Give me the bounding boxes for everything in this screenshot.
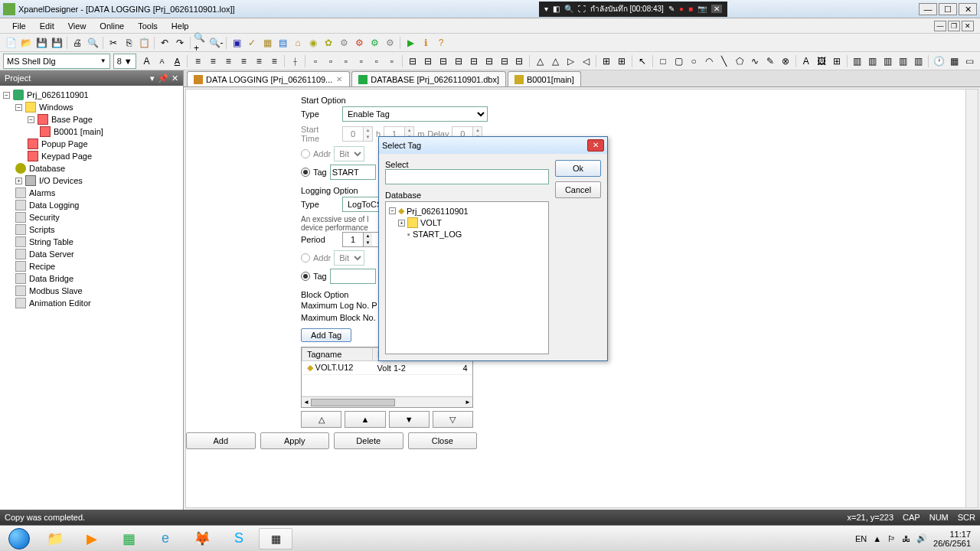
shape-point-icon[interactable]: ⊗ — [779, 54, 792, 68]
copy-icon[interactable]: ⎘ — [122, 36, 136, 50]
print-icon[interactable]: 🖨 — [70, 36, 84, 50]
tab-b0001[interactable]: B0001[main] — [508, 71, 581, 86]
align-left-icon[interactable]: ≡ — [191, 54, 204, 68]
flip-1-icon[interactable]: △ — [533, 54, 547, 68]
maximize-button[interactable]: ☐ — [939, 3, 957, 15]
addr-type-select[interactable]: Bit — [334, 146, 364, 161]
dropdown-icon[interactable]: ▾ — [544, 5, 548, 13]
undo-icon[interactable]: ↶ — [158, 36, 172, 50]
dist-4-icon[interactable]: ⊟ — [452, 54, 466, 68]
preview-icon[interactable]: 🔍 — [86, 36, 100, 50]
tool-db-icon[interactable]: ◉ — [306, 36, 320, 50]
dist-2-icon[interactable]: ⊟ — [421, 54, 435, 68]
dlg-tree-startlog[interactable]: ▪START_LOG — [389, 229, 545, 240]
tab-database[interactable]: DATABASE [Prj_0626110901.dbx] — [351, 71, 506, 86]
edit-icon[interactable]: ✎ — [668, 5, 675, 13]
search-icon[interactable]: 🔍 — [564, 5, 573, 13]
tool-gear4-icon[interactable]: ⚙ — [383, 36, 397, 50]
h-scrollbar[interactable]: ◄ ► — [302, 396, 472, 407]
mdi-close[interactable]: ✕ — [962, 21, 974, 31]
dialog-ok-button[interactable]: Ok — [555, 160, 601, 177]
snap-icon[interactable]: ⊞ — [599, 54, 613, 68]
taskbar-xpanel[interactable]: ▦ — [259, 528, 292, 549]
move-down-button[interactable]: ▼ — [389, 411, 430, 428]
menu-help[interactable]: Help — [165, 20, 195, 32]
taskbar-explorer[interactable]: 📁 — [38, 528, 72, 549]
select-input[interactable] — [385, 169, 549, 184]
tree-keypad-page[interactable]: Keypad Page — [3, 150, 180, 162]
minimize-button[interactable]: — — [919, 3, 937, 15]
close-button[interactable]: ✕ — [959, 3, 977, 15]
taskbar-skype[interactable]: S — [222, 528, 256, 549]
move-top-button[interactable]: △ — [301, 411, 341, 428]
pointer-icon[interactable]: ↖ — [635, 54, 649, 68]
dist-5-icon[interactable]: ⊟ — [467, 54, 481, 68]
project-tree[interactable]: −Prj_0626110901 −Windows −Base Page B000… — [0, 86, 183, 510]
flip-3-icon[interactable]: ▷ — [564, 54, 577, 68]
tool-win-icon[interactable]: ▤ — [276, 36, 289, 50]
shape-roundrect-icon[interactable]: ▢ — [671, 54, 685, 68]
arrange-2-icon[interactable]: ▫ — [324, 54, 338, 68]
ruler-icon[interactable]: ⟊ — [288, 54, 302, 68]
font-size-select[interactable]: 8▼ — [113, 54, 136, 69]
add-button[interactable]: Add — [186, 432, 256, 449]
tool-gear2-icon[interactable]: ⚙ — [352, 36, 366, 50]
scale-icon[interactable]: ⊞ — [830, 54, 844, 68]
tool-grid-icon[interactable]: ▦ — [260, 36, 274, 50]
tree-data-server[interactable]: Data Server — [3, 248, 180, 260]
tool-gear3-icon[interactable]: ⚙ — [368, 36, 381, 50]
tab-data-logging[interactable]: DATA LOGGING [Prj_06261109...✕ — [187, 71, 350, 86]
move-bottom-button[interactable]: ▽ — [433, 411, 473, 428]
start-time-h-spinner[interactable]: ▲▼ — [342, 126, 373, 142]
font-select[interactable]: MS Shell Dlg▼ — [3, 54, 110, 69]
arrange-6-icon[interactable]: ▫ — [385, 54, 399, 68]
arrange-3-icon[interactable]: ▫ — [339, 54, 353, 68]
tray-lang[interactable]: EN — [855, 534, 867, 543]
apply-button[interactable]: Apply — [260, 432, 330, 449]
move-up-button[interactable]: ▲ — [345, 411, 385, 428]
saveall-icon[interactable]: 💾 — [50, 36, 64, 50]
tree-scripts[interactable]: Scripts — [3, 223, 180, 236]
slider-widget-icon[interactable]: ▭ — [962, 54, 976, 68]
widget-2-icon[interactable]: ▥ — [866, 54, 880, 68]
tree-base-page[interactable]: −Base Page — [3, 113, 180, 126]
dlg-tree-volt[interactable]: +VOLT — [389, 217, 545, 229]
dialog-cancel-button[interactable]: Cancel — [555, 181, 601, 198]
panel-dropdown-icon[interactable]: ▾ — [150, 73, 155, 83]
log-tag-radio[interactable] — [301, 272, 310, 281]
play-icon[interactable]: ▶ — [403, 36, 417, 50]
taskbar-ie[interactable]: e — [149, 528, 182, 549]
taskbar-excel[interactable]: ▦ — [112, 528, 145, 549]
menu-file[interactable]: File — [6, 20, 32, 32]
paste-icon[interactable]: 📋 — [137, 36, 151, 50]
shape-circle-icon[interactable]: ○ — [687, 54, 701, 68]
tray-network-icon[interactable]: 🖧 — [902, 534, 910, 543]
tree-windows[interactable]: −Windows — [3, 101, 180, 113]
font-plus-icon[interactable]: A — [140, 54, 154, 68]
menu-online[interactable]: Online — [93, 20, 130, 32]
record-icon[interactable]: ● — [679, 5, 684, 13]
dist-7-icon[interactable]: ⊟ — [498, 54, 511, 68]
flip-2-icon[interactable]: △ — [548, 54, 562, 68]
font-minus-icon[interactable]: A — [155, 54, 169, 68]
mdi-restore[interactable]: ❐ — [948, 21, 960, 31]
close-icon[interactable]: ✕ — [711, 5, 722, 13]
tree-b0001[interactable]: B0001 [main] — [3, 126, 180, 138]
dlg-tree-root[interactable]: −◆Prj_0626110901 — [389, 205, 545, 217]
menu-edit[interactable]: Edit — [34, 20, 60, 32]
tray-flag-icon[interactable]: 🏳 — [887, 534, 896, 543]
stop-icon[interactable]: ■ — [688, 5, 693, 13]
tree-popup-page[interactable]: Popup Page — [3, 138, 180, 150]
tool-check-icon[interactable]: ✓ — [245, 36, 259, 50]
log-addr-radio[interactable] — [301, 253, 310, 262]
camera-icon[interactable]: 📷 — [697, 5, 707, 13]
tree-animation-editor[interactable]: Animation Editor — [3, 297, 180, 309]
widget-4-icon[interactable]: ▥ — [896, 54, 910, 68]
zoomin-icon[interactable]: 🔍+ — [194, 36, 207, 50]
open-icon[interactable]: 📂 — [19, 36, 33, 50]
dialog-titlebar[interactable]: Select Tag ✕ — [379, 137, 607, 154]
type-select[interactable]: Enable Tag — [342, 106, 488, 122]
tree-data-bridge[interactable]: Data Bridge — [3, 272, 180, 285]
save-icon[interactable]: 💾 — [34, 36, 48, 50]
tool-x-icon[interactable]: ▣ — [230, 36, 243, 50]
